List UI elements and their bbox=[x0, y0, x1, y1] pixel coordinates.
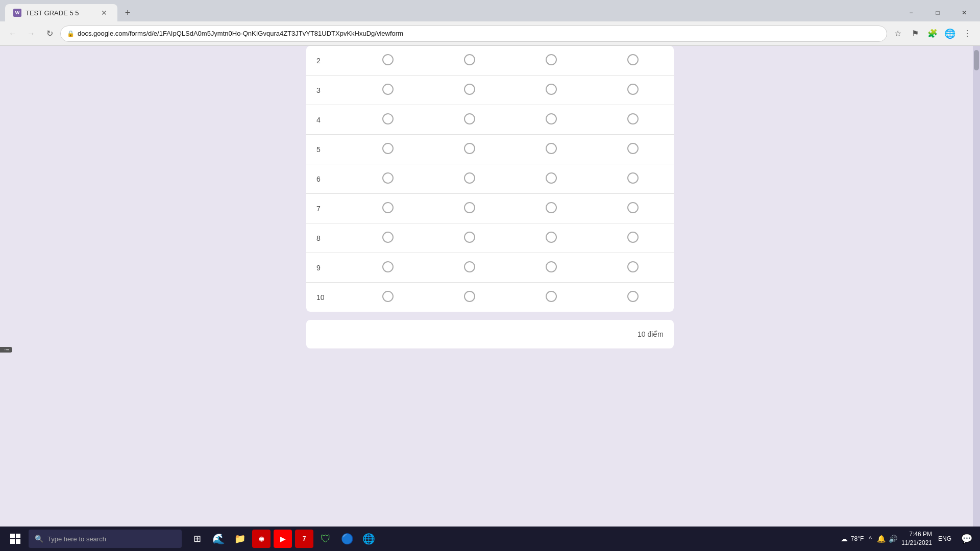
radio-option[interactable] bbox=[464, 172, 475, 184]
app1-button[interactable]: ◉ bbox=[252, 530, 271, 548]
reload-button[interactable]: ↻ bbox=[42, 26, 57, 41]
radio-option[interactable] bbox=[627, 143, 639, 154]
back-button[interactable]: ← bbox=[5, 26, 20, 41]
tray-icons: ☁ 78°F ^ 🔔 🔊 bbox=[841, 535, 897, 543]
edge-browser-button[interactable]: 🌐 bbox=[359, 530, 378, 548]
radio-option[interactable] bbox=[546, 261, 557, 272]
youtube-button[interactable]: ▶ bbox=[274, 530, 292, 548]
radio-option[interactable] bbox=[627, 172, 639, 184]
form-container: 2345678910 10 điểm bbox=[306, 46, 674, 527]
radio-option[interactable] bbox=[382, 202, 394, 213]
taskbar-icons: ⊞ 🌊 📁 ◉ ▶ 7 🛡 🔵 🌐 bbox=[188, 530, 378, 548]
radio-option[interactable] bbox=[546, 113, 557, 124]
radio-option[interactable] bbox=[627, 232, 639, 243]
radio-option[interactable] bbox=[546, 202, 557, 213]
radio-option[interactable] bbox=[382, 143, 394, 154]
date-display: 11/21/2021 bbox=[901, 539, 932, 547]
taskbar-search[interactable]: 🔍 Type here to search bbox=[29, 530, 182, 548]
radio-option[interactable] bbox=[464, 143, 475, 154]
window-controls: − □ ✕ bbox=[899, 5, 976, 21]
app3-button[interactable]: 🛡 bbox=[316, 530, 335, 548]
radio-option[interactable] bbox=[546, 54, 557, 65]
table-row: 9 bbox=[306, 253, 674, 283]
radio-option[interactable] bbox=[382, 172, 394, 184]
temperature-label: 78°F bbox=[851, 535, 864, 542]
tab-favicon: W bbox=[13, 9, 21, 17]
sound-icon[interactable]: 🔊 bbox=[889, 535, 897, 543]
maximize-button[interactable]: □ bbox=[926, 5, 949, 21]
radio-option[interactable] bbox=[546, 232, 557, 243]
radio-option[interactable] bbox=[627, 84, 639, 95]
row-number: 6 bbox=[306, 164, 347, 194]
close-window-button[interactable]: ✕ bbox=[952, 5, 976, 21]
radio-option[interactable] bbox=[546, 172, 557, 184]
radio-option[interactable] bbox=[546, 84, 557, 95]
radio-option[interactable] bbox=[382, 261, 394, 272]
radio-option[interactable] bbox=[382, 113, 394, 124]
table-row: 3 bbox=[306, 76, 674, 105]
forward-button[interactable]: → bbox=[23, 26, 39, 41]
grid-table: 2345678910 bbox=[306, 46, 674, 312]
radio-option[interactable] bbox=[627, 291, 639, 302]
weather-icon[interactable]: ☁ bbox=[841, 535, 848, 543]
bookmark-button[interactable]: ☆ bbox=[890, 26, 905, 41]
address-bar[interactable]: 🔒 docs.google.com/forms/d/e/1FAIpQLSdA0m… bbox=[60, 26, 887, 42]
profile-button[interactable]: ⚑ bbox=[908, 26, 923, 41]
table-row: 4 bbox=[306, 105, 674, 135]
feedback-button[interactable]: ! bbox=[0, 347, 12, 353]
start-button[interactable] bbox=[4, 528, 27, 550]
radio-option[interactable] bbox=[627, 202, 639, 213]
minimize-button[interactable]: − bbox=[899, 5, 923, 21]
search-icon: 🔍 bbox=[35, 535, 43, 543]
radio-option[interactable] bbox=[464, 202, 475, 213]
tab-close-button[interactable]: ✕ bbox=[99, 8, 109, 18]
radio-option[interactable] bbox=[627, 113, 639, 124]
edge-taskbar-button[interactable]: 🌊 bbox=[209, 530, 228, 548]
radio-option[interactable] bbox=[464, 113, 475, 124]
table-row: 2 bbox=[306, 46, 674, 76]
network-icon[interactable]: 🔔 bbox=[877, 535, 886, 543]
radio-option[interactable] bbox=[464, 291, 475, 302]
tray-datetime: 7:46 PM 11/21/2021 bbox=[901, 530, 932, 547]
row-number: 8 bbox=[306, 223, 347, 253]
nav-actions: ☆ ⚑ 🧩 🌐 ⋮ bbox=[890, 26, 975, 41]
menu-button[interactable]: ⋮ bbox=[960, 26, 975, 41]
radio-option[interactable] bbox=[464, 84, 475, 95]
radio-option[interactable] bbox=[464, 232, 475, 243]
app2-button[interactable]: 7 bbox=[295, 530, 313, 548]
extensions-button[interactable]: 🧩 bbox=[925, 26, 940, 41]
scrollbar[interactable] bbox=[973, 46, 980, 527]
time-display: 7:46 PM bbox=[901, 530, 932, 539]
radio-option[interactable] bbox=[627, 54, 639, 65]
file-explorer-button[interactable]: 📁 bbox=[231, 530, 249, 548]
new-tab-button[interactable]: + bbox=[120, 6, 135, 20]
radio-option[interactable] bbox=[382, 54, 394, 65]
row-number: 4 bbox=[306, 105, 347, 135]
radio-option[interactable] bbox=[464, 54, 475, 65]
chrome-button[interactable]: 🔵 bbox=[338, 530, 356, 548]
url-text: docs.google.com/forms/d/e/1FAIpQLSdA0m5J… bbox=[78, 30, 880, 37]
radio-option[interactable] bbox=[382, 291, 394, 302]
search-placeholder: Type here to search bbox=[47, 535, 106, 543]
radio-option[interactable] bbox=[382, 232, 394, 243]
edge-icon[interactable]: 🌐 bbox=[942, 26, 958, 41]
radio-option[interactable] bbox=[546, 143, 557, 154]
radio-option[interactable] bbox=[627, 261, 639, 272]
lock-icon: 🔒 bbox=[67, 30, 75, 37]
radio-option[interactable] bbox=[382, 84, 394, 95]
task-view-button[interactable]: ⊞ bbox=[188, 530, 206, 548]
page-content: 2345678910 10 điểm bbox=[0, 46, 980, 527]
scrollbar-thumb[interactable] bbox=[974, 50, 979, 70]
taskbar: 🔍 Type here to search ⊞ 🌊 📁 ◉ ▶ 7 🛡 🔵 🌐 … bbox=[0, 527, 980, 551]
row-number: 5 bbox=[306, 135, 347, 164]
table-row: 7 bbox=[306, 194, 674, 223]
radio-option[interactable] bbox=[464, 261, 475, 272]
score-label: 10 điểm bbox=[638, 330, 664, 338]
active-tab[interactable]: W TEST GRADE 5 5 ✕ bbox=[5, 4, 117, 21]
table-row: 5 bbox=[306, 135, 674, 164]
radio-option[interactable] bbox=[546, 291, 557, 302]
question-card-grid: 2345678910 bbox=[306, 46, 674, 312]
row-number: 2 bbox=[306, 46, 347, 76]
notification-button[interactable]: 💬 bbox=[958, 530, 976, 548]
tab-title: TEST GRADE 5 5 bbox=[26, 9, 79, 17]
